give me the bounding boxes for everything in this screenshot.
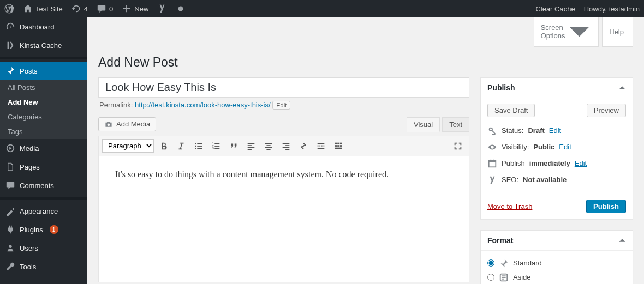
svg-rect-32 (340, 143, 342, 144)
pin-icon (5, 66, 15, 76)
plugins-update-badge: 1 (50, 225, 58, 234)
new-content-link[interactable]: New (117, 0, 153, 17)
format-metabox: Format Standard Aside (480, 230, 633, 284)
svg-rect-29 (318, 148, 325, 149)
tab-visual[interactable]: Visual (407, 117, 440, 132)
italic-icon (176, 141, 186, 151)
svg-rect-6 (197, 146, 202, 147)
edit-status-link[interactable]: Edit (549, 126, 561, 135)
wp-logo-menu[interactable] (0, 0, 19, 17)
screen-options-toggle[interactable]: Screen Options (534, 17, 599, 47)
pin-icon (499, 258, 509, 268)
align-center-button[interactable] (261, 138, 276, 154)
help-toggle[interactable]: Help (602, 17, 633, 47)
site-name: Test Site (35, 5, 63, 13)
move-to-trash-link[interactable]: Move to Trash (487, 202, 532, 210)
camera-icon (104, 120, 113, 129)
svg-point-5 (195, 145, 196, 147)
svg-rect-23 (283, 143, 290, 144)
bold-button[interactable] (156, 138, 171, 154)
align-left-icon (246, 141, 256, 151)
publish-button[interactable]: Publish (586, 200, 626, 213)
menu-appearance[interactable]: Appearance (0, 202, 87, 220)
tab-text[interactable]: Text (442, 117, 469, 132)
clear-cache-link[interactable]: Clear Cache (531, 0, 579, 17)
ol-button[interactable]: 123 (208, 138, 224, 154)
menu-kinsta-cache[interactable]: Kinsta Cache (0, 36, 87, 55)
editor-content[interactable]: It's so easy to do things with a content… (99, 156, 469, 282)
svg-rect-8 (197, 148, 202, 149)
italic-button[interactable] (174, 138, 189, 154)
kinsta-icon (5, 40, 15, 50)
calendar-icon (487, 159, 497, 168)
ul-button[interactable] (191, 138, 206, 154)
menu-separator (0, 197, 87, 200)
menu-comments[interactable]: Comments (0, 176, 87, 195)
submenu-all-posts[interactable]: All Posts (0, 80, 87, 95)
svg-rect-25 (283, 147, 290, 148)
menu-pages[interactable]: Pages (0, 158, 87, 176)
cache-status[interactable] (171, 0, 190, 17)
link-button[interactable] (296, 138, 311, 154)
permalink-url[interactable]: http://test.kinsta.com/look-how-easy-thi… (135, 101, 271, 109)
more-icon (316, 141, 326, 151)
svg-point-7 (195, 148, 196, 149)
svg-rect-18 (248, 149, 252, 150)
format-aside[interactable]: Aside (487, 270, 626, 284)
page-heading: Add New Post (98, 50, 633, 77)
my-account-link[interactable]: Howdy, testadmin (580, 0, 644, 17)
comment-icon (97, 4, 106, 14)
edit-permalink-button[interactable]: Edit (272, 101, 290, 110)
visibility-row: Visibility: Public Edit (487, 139, 626, 155)
menu-media[interactable]: Media (0, 139, 87, 158)
post-title-input[interactable] (98, 77, 469, 98)
svg-rect-33 (335, 145, 337, 147)
submenu-add-new[interactable]: Add New (0, 95, 87, 110)
format-aside-radio[interactable] (487, 274, 494, 281)
permalink-row: Permalink: http://test.kinsta.com/look-h… (99, 101, 468, 110)
svg-rect-22 (266, 149, 270, 150)
menu-tools[interactable]: Tools (0, 257, 87, 276)
comments-link[interactable]: 0 (92, 0, 117, 17)
svg-rect-35 (340, 145, 342, 147)
caret-up-icon (618, 84, 626, 92)
list-ul-icon (194, 141, 204, 151)
align-right-icon (281, 141, 291, 151)
format-metabox-header[interactable]: Format (481, 231, 633, 251)
seo-row: SEO: Not available (487, 172, 626, 188)
align-right-button[interactable] (278, 138, 294, 154)
editor-mode-tabs: Visual Text (404, 117, 469, 132)
submenu-tags[interactable]: Tags (0, 124, 87, 139)
menu-dashboard[interactable]: Dashboard (0, 17, 87, 36)
seo-menu[interactable] (153, 0, 171, 17)
menu-users[interactable]: Users (0, 239, 87, 257)
fullscreen-button[interactable] (450, 138, 466, 154)
format-select[interactable]: Paragraph (102, 139, 154, 153)
preview-button[interactable]: Preview (587, 104, 626, 117)
menu-plugins[interactable]: Plugins 1 (0, 220, 87, 239)
submenu-categories[interactable]: Categories (0, 110, 87, 124)
toolbar-toggle-button[interactable] (331, 138, 346, 154)
svg-rect-4 (197, 143, 202, 144)
edit-visibility-link[interactable]: Edit (559, 143, 571, 151)
new-label: New (134, 5, 148, 13)
format-standard[interactable]: Standard (487, 256, 626, 270)
svg-rect-45 (502, 279, 504, 280)
add-media-button[interactable]: Add Media (98, 117, 156, 131)
align-left-button[interactable] (243, 138, 259, 154)
svg-rect-15 (248, 143, 255, 144)
align-center-icon (264, 141, 273, 151)
edit-schedule-link[interactable]: Edit (575, 159, 587, 167)
svg-rect-17 (248, 147, 255, 148)
caret-up-icon (618, 237, 626, 244)
save-draft-button[interactable]: Save Draft (487, 104, 535, 117)
admin-toolbar: Test Site 4 0 New Clear Cache Howdy, tes… (0, 0, 644, 17)
quote-button[interactable] (226, 138, 241, 154)
format-standard-radio[interactable] (487, 259, 494, 267)
menu-posts[interactable]: Posts (0, 62, 87, 80)
updates-link[interactable]: 4 (67, 0, 92, 17)
read-more-button[interactable] (313, 138, 329, 154)
site-name-link[interactable]: Test Site (19, 0, 67, 17)
schedule-row: Publish immediately Edit (487, 155, 626, 172)
publish-metabox-header[interactable]: Publish (481, 78, 633, 98)
